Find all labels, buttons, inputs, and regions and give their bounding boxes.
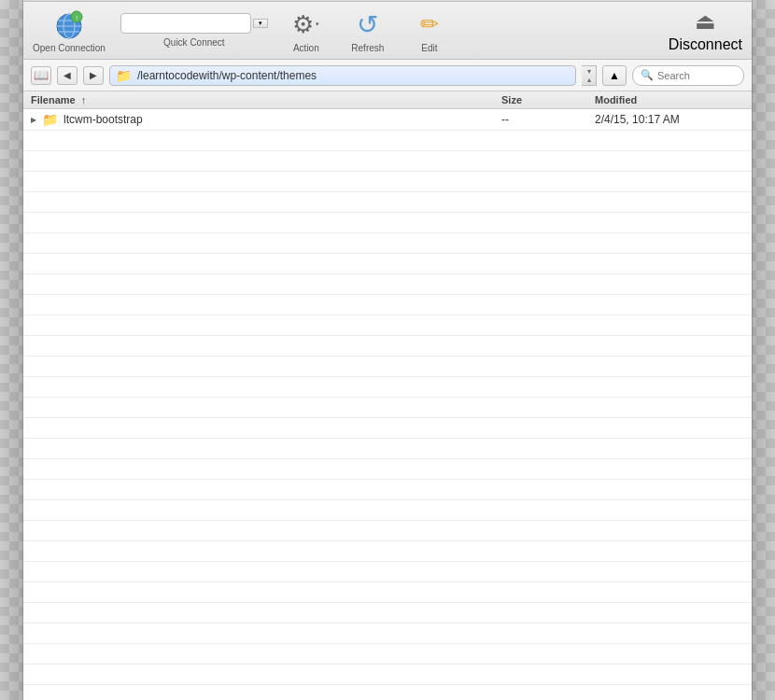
table-row-empty (23, 254, 752, 274)
file-list: ▶ 📁 ltcwm-bootstrap -- 2/4/15, 10:17 AM (23, 109, 752, 700)
quick-connect-label: Quick Connect (163, 37, 225, 48)
table-row-empty (23, 521, 752, 541)
table-row-empty (23, 233, 752, 254)
table-row-empty (23, 192, 752, 213)
svg-text:↑: ↑ (75, 14, 78, 22)
globe-icon: ↑ (52, 7, 86, 41)
open-connection-button[interactable]: ↑ Open Connection (33, 7, 106, 53)
file-name-cell: ▶ 📁 ltcwm-bootstrap (31, 112, 501, 127)
bookmarks-button[interactable]: 📖 (31, 66, 51, 85)
table-row-empty (23, 439, 752, 459)
pathbar: 📖 ◀ ▶ 📁 /learntocodewith/wp-content/them… (23, 60, 752, 91)
path-dropdown-button[interactable]: ▾▴ (582, 65, 597, 86)
table-row-empty (23, 562, 752, 582)
table-row-empty (23, 131, 752, 151)
quick-connect-input[interactable] (120, 13, 251, 34)
edit-label: Edit (421, 43, 437, 53)
folder-icon: 📁 (42, 112, 58, 127)
search-icon: 🔍 (641, 69, 654, 81)
pencil-icon: ✏ (413, 7, 446, 41)
table-row-empty (23, 623, 752, 644)
upload-button[interactable]: ▲ (602, 65, 627, 86)
refresh-icon: ↺ (351, 7, 385, 41)
table-row[interactable]: ▶ 📁 ltcwm-bootstrap -- 2/4/15, 10:17 AM (23, 109, 752, 131)
path-text: /learntocodewith/wp-content/themes (137, 69, 317, 82)
filename-column-header[interactable]: Filename ↑ (31, 94, 501, 105)
edit-button[interactable]: ✏ Edit (406, 7, 453, 53)
table-row-empty (23, 295, 752, 315)
file-modified: 2/4/15, 10:17 AM (595, 113, 744, 126)
titlebar: learntocodewith Get a donation key! (23, 0, 752, 2)
quick-connect-area: ▾ Quick Connect (120, 13, 268, 48)
table-row-empty (23, 274, 752, 295)
open-connection-label: Open Connection (33, 43, 106, 53)
table-row-empty (23, 336, 752, 357)
table-row-empty (23, 315, 752, 336)
table-row-empty (23, 213, 752, 233)
search-box: 🔍 (632, 65, 744, 86)
table-row-empty (23, 603, 752, 623)
disconnect-button[interactable]: ⏏ Disconnect (669, 8, 742, 53)
table-row-empty (23, 398, 752, 418)
table-row-empty (23, 500, 752, 521)
modified-column-header[interactable]: Modified (595, 94, 744, 105)
table-row-empty (23, 377, 752, 398)
path-folder-icon: 📁 (116, 68, 132, 83)
folder-arrow-icon: ▶ (31, 116, 36, 124)
action-label: Action (293, 43, 319, 53)
back-button[interactable]: ◀ (57, 66, 78, 85)
gear-icon: ⚙ ▾ (289, 7, 323, 41)
toolbar: ↑ Open Connection ▾ Quick Connect ⚙ ▾ (23, 2, 752, 60)
disconnect-label: Disconnect (669, 36, 742, 53)
forward-button[interactable]: ▶ (83, 66, 104, 85)
table-row-empty (23, 665, 752, 685)
search-input[interactable] (657, 70, 727, 81)
refresh-label: Refresh (351, 43, 384, 53)
size-column-header[interactable]: Size (501, 94, 595, 105)
file-list-header: Filename ↑ Size Modified (23, 91, 752, 109)
table-row-empty (23, 151, 752, 172)
table-row-empty (23, 480, 752, 500)
file-size: -- (501, 113, 595, 126)
file-name: ltcwm-bootstrap (63, 113, 143, 126)
table-row-empty (23, 357, 752, 377)
table-row-empty (23, 541, 752, 562)
table-row-empty (23, 644, 752, 665)
path-field[interactable]: 📁 /learntocodewith/wp-content/themes (109, 65, 576, 86)
table-row-empty (23, 418, 752, 439)
action-dropdown-arrow: ▾ (316, 21, 319, 28)
action-button[interactable]: ⚙ ▾ Action (283, 7, 330, 53)
table-row-empty (23, 172, 752, 192)
refresh-button[interactable]: ↺ Refresh (345, 7, 391, 53)
main-window: learntocodewith Get a donation key! ↑ Op… (23, 0, 752, 700)
table-row-empty (23, 685, 752, 700)
quick-connect-dropdown[interactable]: ▾ (253, 19, 268, 28)
table-row-empty (23, 459, 752, 480)
table-row-empty (23, 582, 752, 603)
eject-icon: ⏏ (695, 8, 716, 35)
